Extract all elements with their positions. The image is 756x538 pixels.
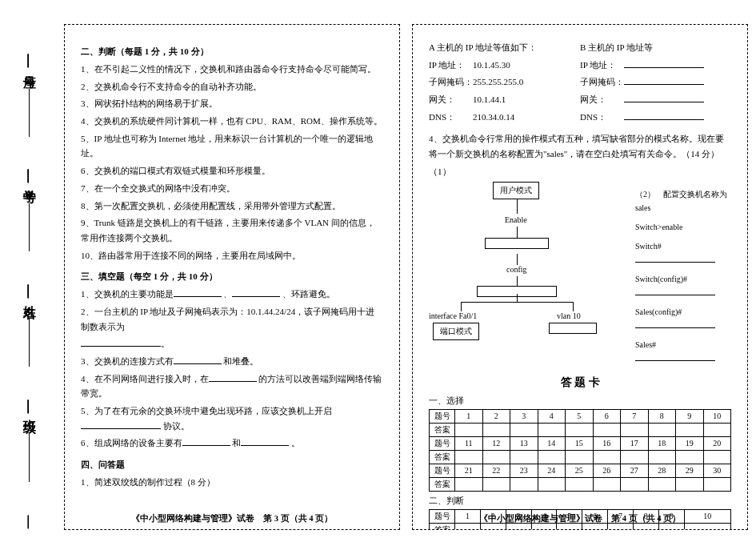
- flow-line: [517, 294, 518, 302]
- flow-vlan-label: vlan 10: [557, 311, 581, 320]
- host-a-dns: DNS：210.34.0.14: [429, 110, 580, 125]
- judge-item: 3、网状拓扑结构的网络易于扩展。: [81, 96, 383, 111]
- host-b-mask: 子网掩码：: [580, 74, 731, 90]
- value: 10.1.44.1: [473, 94, 506, 104]
- text: 、: [223, 289, 232, 299]
- text: 2、一台主机的 IP 地址及子网掩码表示为：10.1.44.24/24，该子网掩…: [81, 307, 374, 331]
- judge-item: 10、路由器常用于连接不同的网络，主要用在局域网中。: [81, 248, 383, 263]
- answer-card-title: 答 题 卡: [429, 375, 731, 390]
- text: 1、交换机的主要功能是: [81, 289, 174, 299]
- cmd-line: Switch>enable: [635, 220, 731, 234]
- flow-line: [517, 254, 518, 265]
- cmds-title: （2） 配置交换机名称为 sales: [635, 187, 731, 215]
- fill-item: 6、组成网络的设备主要有 和 。: [81, 436, 383, 451]
- cmd-line: Sales#: [635, 338, 731, 365]
- flow-config-label: config: [506, 265, 527, 274]
- blank: [624, 94, 704, 102]
- class-line: [29, 434, 30, 482]
- blank: [174, 356, 222, 364]
- label: 子网掩码：: [429, 74, 473, 90]
- flow-line: [517, 199, 518, 214]
- fill-item: 。: [81, 336, 383, 351]
- blank: [635, 321, 715, 328]
- blank: [174, 289, 222, 297]
- row-header: 答案: [430, 450, 455, 464]
- student-id-label: 学号: [21, 179, 38, 183]
- blank: [624, 60, 704, 68]
- host-a-column: A 主机的 IP 地址等值如下： IP 地址：10.1.45.30 子网掩码：2…: [429, 38, 580, 126]
- q4-content: 用户模式 Enable config interface Fa0/1 vlan …: [429, 182, 731, 371]
- fill-item: 5、为了在有元余的交换环境中避免出现环路，应该交换机上开启 协议。: [81, 404, 383, 433]
- qa-item: 1、简述双绞线的制作过程（8 分）: [81, 475, 383, 490]
- host-a-mask: 子网掩码：255.255.255.0: [429, 74, 580, 90]
- judge-item: 4、交换机的系统硬件同计算机一样，也有 CPU、RAM、ROM、操作系统等。: [81, 114, 383, 129]
- flow-line: [461, 302, 462, 311]
- fill-item: 4、在不同网络间进行接入时，在 的方法可以改善端到端网络传输带宽。: [81, 371, 383, 401]
- blank: [81, 421, 161, 429]
- pages-container: 二、判断（每题 1 分，共 10 分） 1、在不引起二义性的情况下，交换机和路由…: [64, 24, 748, 530]
- judge-section-title: 二、判断: [429, 495, 731, 507]
- label: DNS：: [429, 110, 473, 125]
- section-4-title: 四、问答题: [81, 459, 383, 471]
- judge-item: 2、交换机命令行不支持命令的自动补齐功能。: [81, 79, 383, 94]
- label: IP 地址：: [429, 58, 473, 73]
- host-a-gw: 网关：10.1.44.1: [429, 92, 580, 107]
- exam-page-3: 二、判断（每题 1 分，共 10 分） 1、在不引起二义性的情况下，交换机和路由…: [64, 24, 400, 530]
- row-header: 答案: [430, 423, 455, 436]
- text: 3、交换机的连接方式有: [81, 356, 174, 366]
- blank: [182, 439, 230, 447]
- host-a-title: A 主机的 IP 地址等值如下：: [429, 40, 580, 55]
- label: 网关：: [580, 92, 624, 107]
- flow-vlan-mode: [549, 323, 597, 334]
- value: 10.1.45.30: [473, 60, 510, 70]
- judge-item: 5、IP 地址也可称为 Internet 地址，用来标识一台计算机的一个唯一的逻…: [81, 131, 383, 161]
- host-b-ip: IP 地址：: [580, 58, 731, 73]
- text: 和堆叠。: [223, 356, 258, 366]
- flow-user-mode: 用户模式: [493, 182, 539, 199]
- flow-line: [461, 302, 573, 303]
- name-line: [29, 319, 30, 367]
- row-header: 答案: [430, 477, 455, 491]
- fill-item: 2、一台主机的 IP 地址及子网掩码表示为：10.1.44.24/24，该子网掩…: [81, 304, 383, 334]
- text: 5、为了在有元余的交换环境中避免出现环路，应该交换机上开启: [81, 406, 332, 416]
- prompt: Switch>enable: [635, 223, 683, 231]
- table-row: 答案: [430, 423, 731, 436]
- blank: [624, 112, 704, 120]
- flow-priv-mode: [485, 238, 549, 249]
- blank: [635, 354, 715, 361]
- blank: [635, 288, 715, 295]
- row-header: 题号: [430, 409, 455, 423]
- text: 、环路避免。: [282, 289, 335, 299]
- judge-item: 7、在一个全交换式的网络中没有冲突。: [81, 181, 383, 196]
- cmd-line: Switch#: [635, 239, 731, 267]
- cmd-line: Sales(config)#: [635, 305, 731, 332]
- class-label: 班级: [21, 409, 38, 412]
- blank: [81, 339, 161, 347]
- host-b-title: B 主机的 IP 地址等: [580, 40, 731, 55]
- host-b-dns: DNS：: [580, 110, 731, 125]
- row-header: 题号: [430, 436, 455, 450]
- blank: [624, 77, 704, 85]
- section-3-title: 三、填空题（每空 1 分，共 10 分）: [81, 271, 383, 283]
- host-b-column: B 主机的 IP 地址等 IP 地址： 子网掩码： 网关： DNS：: [580, 38, 731, 126]
- host-b-gw: 网关：: [580, 92, 731, 107]
- host-a-ip: IP 地址：10.1.45.30: [429, 58, 580, 73]
- table-row: 题号11121314151617181920: [430, 436, 731, 450]
- flow-line: [517, 227, 518, 238]
- prompt: Sales(config)#: [635, 307, 682, 316]
- text: 。: [291, 438, 300, 448]
- prompt: Switch#: [635, 242, 662, 251]
- table-row: 答案: [430, 450, 731, 464]
- page-3-footer: 《中小型网络构建与管理》试卷 第 3 页（共 4 页）: [65, 513, 399, 524]
- select-section-title: 一、选择: [429, 395, 731, 407]
- prompt: Sales#: [635, 340, 656, 349]
- mode-flowchart: 用户模式 Enable config interface Fa0/1 vlan …: [429, 182, 621, 334]
- flow-port-mode: 端口模式: [433, 323, 479, 340]
- label: IP 地址：: [580, 58, 624, 73]
- text: 。: [161, 339, 170, 348]
- name-label: 姓名: [21, 295, 38, 298]
- blank: [635, 255, 715, 263]
- row-header: 题号: [430, 464, 455, 477]
- judge-item: 8、第一次配置交换机，必须使用配置线，采用带外管理方式配置。: [81, 199, 383, 214]
- text: 和: [232, 438, 241, 448]
